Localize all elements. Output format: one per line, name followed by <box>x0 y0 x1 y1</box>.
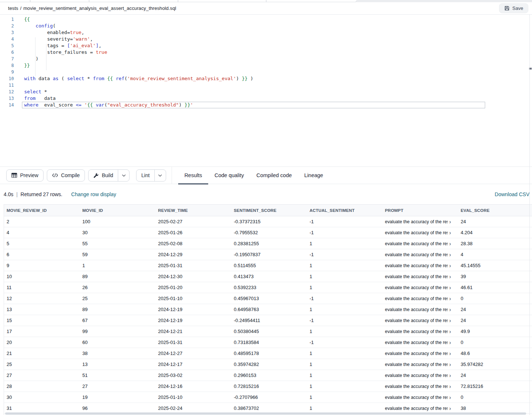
code-line[interactable]: 1{{ <box>0 16 532 23</box>
lint-dropdown-button[interactable] <box>154 169 166 182</box>
column-header[interactable]: PROMPT <box>382 205 458 216</box>
table-cell: 27 <box>4 370 80 381</box>
tab-lineage[interactable]: Lineage <box>298 167 330 184</box>
build-button[interactable]: Build <box>89 172 118 178</box>
table-cell: 0.28381255 <box>231 238 307 249</box>
code-line[interactable]: 10with data as ( select * from {{ ref('m… <box>0 75 532 82</box>
prompt-text: evaluate the accuracy of the res… <box>385 329 448 334</box>
toolbar-divider <box>172 167 172 184</box>
prompt-cell[interactable]: evaluate the accuracy of the res…› <box>382 337 458 348</box>
prompt-cell[interactable]: evaluate the accuracy of the res…› <box>382 370 458 381</box>
tab-results[interactable]: Results <box>178 167 208 184</box>
table-cell: 0.72815216 <box>231 381 307 392</box>
expand-cell-chevron-icon[interactable]: › <box>449 339 451 345</box>
code-line[interactable]: 14where eval_score <= '{{ var("eval_accu… <box>0 102 532 108</box>
table-cell: 0.35974282 <box>231 359 307 370</box>
prompt-cell[interactable]: evaluate the accuracy of the res…› <box>382 238 458 249</box>
file-tab-strip <box>0 0 532 2</box>
prompt-cell[interactable]: evaluate the accuracy of the res…› <box>382 403 458 414</box>
eval-score-cell: 48.6 <box>458 348 532 359</box>
save-button[interactable]: Save <box>499 3 528 13</box>
prompt-cell[interactable]: evaluate the accuracy of the res…› <box>382 249 458 260</box>
table-cell: 2024-12-21 <box>156 326 231 337</box>
tab-compiled-code[interactable]: Compiled code <box>250 167 298 184</box>
line-number: 8 <box>0 62 15 69</box>
eval-score-cell: 0 <box>458 337 532 348</box>
results-header-row: MOVIE_REVIEW_IDMOVIE_IDREVIEW_TIMESENTIM… <box>4 205 532 216</box>
expand-cell-chevron-icon[interactable]: › <box>449 361 451 367</box>
prompt-cell[interactable]: evaluate the accuracy of the res…› <box>382 304 458 315</box>
prompt-cell[interactable]: evaluate the accuracy of the res…› <box>382 271 458 282</box>
expand-cell-chevron-icon[interactable]: › <box>449 394 451 400</box>
column-header[interactable]: SENTIMENT_SCORE <box>231 205 307 216</box>
code-line[interactable]: 6 store_failures = true <box>0 49 532 56</box>
expand-cell-chevron-icon[interactable]: › <box>449 350 451 356</box>
expand-cell-chevron-icon[interactable]: › <box>449 284 451 291</box>
code-line[interactable]: 2 config( <box>0 23 532 29</box>
code-editor[interactable]: 1{{2 config(3 enabled=true,4 severity='w… <box>0 15 532 167</box>
expand-cell-chevron-icon[interactable]: › <box>449 317 451 324</box>
code-text: where eval_score <= '{{ var("eval_accura… <box>15 102 193 108</box>
column-header[interactable]: ACTUAL_SENTIMENT <box>307 205 382 216</box>
expand-cell-chevron-icon[interactable]: › <box>449 229 451 236</box>
expand-cell-chevron-icon[interactable]: › <box>449 328 451 334</box>
save-label: Save <box>512 5 523 11</box>
code-line[interactable]: 11 <box>0 82 532 89</box>
code-line[interactable]: 5 tags = ['ai_eval'], <box>0 42 532 49</box>
prompt-text: evaluate the accuracy of the res… <box>385 384 448 389</box>
code-line[interactable]: 13from data <box>0 95 532 102</box>
expand-cell-chevron-icon[interactable]: › <box>449 273 451 280</box>
expand-cell-chevron-icon[interactable]: › <box>449 240 451 247</box>
table-cell: 1 <box>307 260 382 271</box>
table-row: 11262025-01-200.53922331evaluate the acc… <box>4 282 532 293</box>
expand-cell-chevron-icon[interactable]: › <box>449 372 451 378</box>
code-line[interactable]: 4 severity='warn', <box>0 36 532 42</box>
prompt-cell[interactable]: evaluate the accuracy of the res…› <box>382 260 458 271</box>
expand-cell-chevron-icon[interactable]: › <box>449 405 451 411</box>
lint-button[interactable]: Lint <box>136 172 154 178</box>
minimap[interactable] <box>487 18 520 28</box>
expand-cell-chevron-icon[interactable]: › <box>449 383 451 389</box>
breadcrumb-folder[interactable]: tests <box>8 5 18 11</box>
download-csv-link[interactable]: Download CSV <box>495 191 530 197</box>
expand-cell-chevron-icon[interactable]: › <box>449 295 451 302</box>
change-row-display-link[interactable]: Change row display <box>71 191 116 197</box>
code-line[interactable]: 12select * <box>0 89 532 95</box>
preview-button[interactable]: Preview <box>6 169 44 182</box>
horizontal-scrollbar-thumb[interactable] <box>5 412 526 415</box>
expand-cell-chevron-icon[interactable]: › <box>449 262 451 269</box>
prompt-cell[interactable]: evaluate the accuracy of the res…› <box>382 282 458 293</box>
code-line[interactable]: 8}} <box>0 62 532 69</box>
prompt-cell[interactable]: evaluate the accuracy of the res…› <box>382 227 458 238</box>
column-header[interactable]: MOVIE_ID <box>80 205 156 216</box>
prompt-cell[interactable]: evaluate the accuracy of the res…› <box>382 348 458 359</box>
prompt-cell[interactable]: evaluate the accuracy of the res…› <box>382 359 458 370</box>
column-header[interactable]: EVAL_SCORE <box>458 205 532 216</box>
column-header[interactable]: MOVIE_REVIEW_ID <box>4 205 80 216</box>
tab-code-quality[interactable]: Code quality <box>208 167 250 184</box>
column-header[interactable]: REVIEW_TIME <box>156 205 231 216</box>
code-text: with data as ( select * from {{ ref('mov… <box>15 75 253 82</box>
table-cell: 38 <box>80 348 156 359</box>
expand-cell-chevron-icon[interactable]: › <box>449 218 451 225</box>
prompt-cell[interactable]: evaluate the accuracy of the res…› <box>382 216 458 227</box>
expand-cell-chevron-icon[interactable]: › <box>449 251 451 258</box>
table-cell: 1 <box>307 282 382 293</box>
code-line[interactable]: 3 enabled=true, <box>0 29 532 36</box>
line-number: 1 <box>0 16 15 23</box>
code-line[interactable]: 9 <box>0 69 532 75</box>
eval-score-cell: 0 <box>458 293 532 304</box>
prompt-cell[interactable]: evaluate the accuracy of the res…› <box>382 315 458 326</box>
build-dropdown-button[interactable] <box>118 169 129 182</box>
prompt-cell[interactable]: evaluate the accuracy of the res…› <box>382 392 458 403</box>
table-cell: 15 <box>4 315 80 326</box>
expand-cell-chevron-icon[interactable]: › <box>449 306 451 313</box>
compile-button[interactable]: Compile <box>47 169 85 182</box>
prompt-cell[interactable]: evaluate the accuracy of the res…› <box>382 293 458 304</box>
table-cell: 0.50380445 <box>231 326 307 337</box>
prompt-cell[interactable]: evaluate the accuracy of the res…› <box>382 326 458 337</box>
eval-score-cell: 35.974282 <box>458 359 532 370</box>
code-line[interactable]: 7 ) <box>0 56 532 62</box>
prompt-cell[interactable]: evaluate the accuracy of the res…› <box>382 381 458 392</box>
table-cell: 28 <box>4 381 80 392</box>
